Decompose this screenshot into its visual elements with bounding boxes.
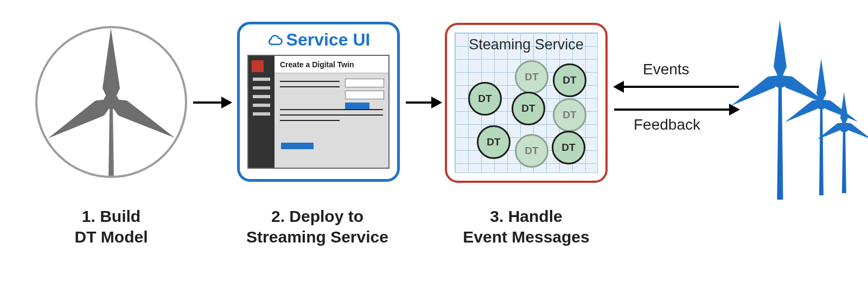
dt-node-faded: DT [515,60,548,94]
wind-farm [742,21,856,200]
turbine-blade [103,28,120,101]
dt-node: DT [512,92,545,125]
step3-streaming-service: Steaming Service DT DT DT DT DT DT DT DT [445,23,608,183]
step2-caption-l1: 2. Deploy to [271,207,363,225]
dt-node-faded: DT [553,98,586,132]
mock-app-body: Create a Digital Twin [275,56,388,168]
step3-caption-l2: Event Messages [463,228,589,246]
wind-turbine-icon [742,21,818,200]
step2-caption-l2: Streaming Service [246,228,388,246]
turbine-hub [104,94,119,109]
service-ui-title-text: Service UI [286,30,371,49]
service-ui-title: Service UI [240,24,397,55]
step2-service-ui: Service UI Create a Digital Twin [237,22,400,182]
mock-form-line [280,114,383,116]
dt-node: DT [552,131,585,164]
mock-nav-item [253,78,270,81]
cloud-icon [267,31,283,48]
mock-form-line [280,120,340,121]
mock-nav-item [253,104,270,107]
mock-form-line [280,109,383,110]
step3-caption: 3. Handle Event Messages [439,206,613,247]
dt-node: DT [477,125,510,159]
events-label: Events [643,61,690,78]
step1-build-model [35,26,187,178]
mock-input-field [345,79,384,87]
dt-node: DT [553,63,586,97]
dt-node-faded: DT [515,134,548,168]
mock-nav-item [253,86,270,90]
mock-app-sidebar [248,56,275,168]
feedback-label: Feedback [634,116,700,133]
step3-caption-l1: 3. Handle [490,207,562,225]
step1-caption-l2: DT Model [75,228,148,246]
mock-nav-item [253,112,270,116]
mock-app-window: Create a Digital Twin [247,55,390,169]
streaming-title: Steaming Service [455,36,597,53]
mock-app-logo-icon [252,60,264,72]
dt-node: DT [468,82,502,116]
mock-primary-button [281,143,314,149]
turbine-tower [107,103,115,176]
diagram-stage: 1. Build DT Model Service UI Create a Di… [0,0,868,287]
step1-caption-l1: 1. Build [82,207,141,225]
mock-form-line [280,86,340,87]
mock-nav-item [253,95,270,98]
step1-caption: 1. Build DT Model [35,206,187,247]
mock-form-title: Create a Digital Twin [275,56,388,73]
step2-caption: 2. Deploy to Streaming Service [231,206,404,247]
mock-primary-button [345,103,369,109]
mock-form-line [280,81,340,82]
mock-input-field [345,91,384,99]
streaming-grid: Steaming Service DT DT DT DT DT DT DT DT [455,33,598,173]
